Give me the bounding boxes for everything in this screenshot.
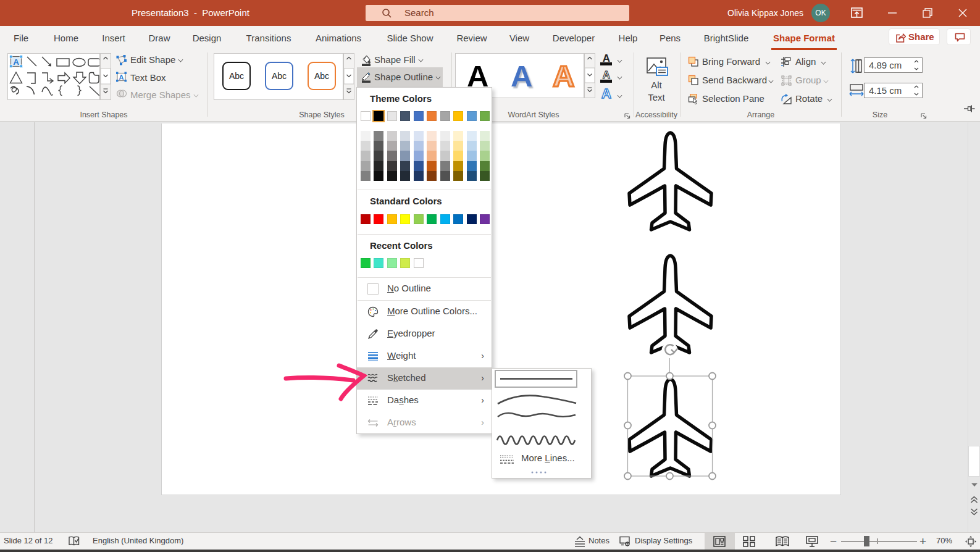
svg-text:A: A (119, 73, 124, 81)
svg-text:A: A (13, 57, 19, 67)
